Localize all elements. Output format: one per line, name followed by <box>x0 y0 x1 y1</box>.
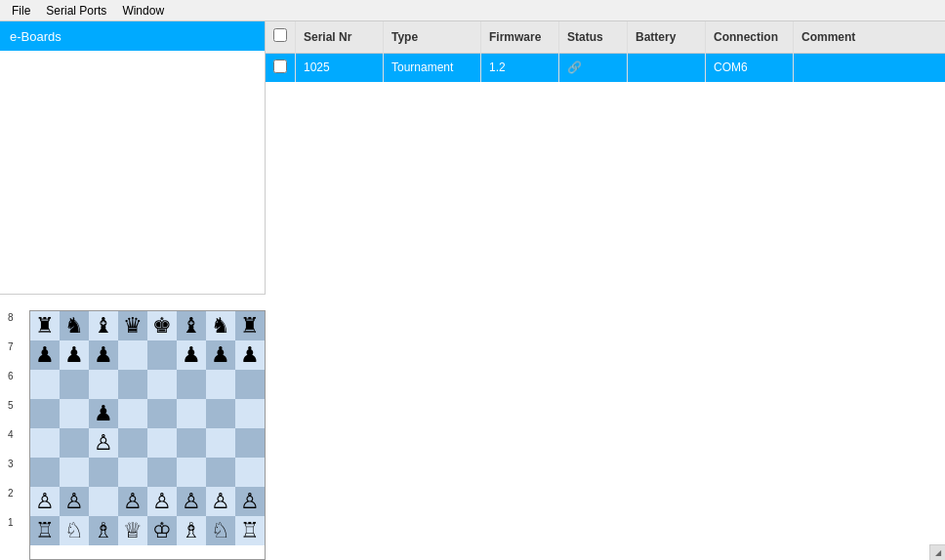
chess-cell: ♖ <box>30 516 60 545</box>
cell-connection: COM6 <box>706 53 794 82</box>
chess-cell: ♟ <box>235 340 265 370</box>
chess-cell: ♝ <box>89 311 118 340</box>
chess-cell: ♟ <box>206 340 235 370</box>
chess-cell <box>147 340 177 370</box>
chess-cell <box>177 370 206 399</box>
chess-cell: ♙ <box>89 428 118 458</box>
chess-cell: ♙ <box>206 487 235 516</box>
chess-cell: ♙ <box>118 487 147 516</box>
menu-bar: File Serial Ports Window <box>0 0 945 21</box>
chess-cell: ♜ <box>30 311 60 340</box>
board-wrapper: 8 7 6 5 4 3 2 1 ♜♞♝♛♚♝♞♜♟♟♟♟♟♟♟♙♙♙♙♙♙♙♙♖… <box>8 302 266 560</box>
chess-cell <box>177 399 206 428</box>
header-checkbox[interactable] <box>273 28 287 42</box>
chess-cell <box>118 340 147 370</box>
chess-cell <box>30 370 60 399</box>
chess-cell <box>60 399 89 428</box>
chess-cell <box>118 399 147 428</box>
chess-cell <box>177 458 206 487</box>
menu-window[interactable]: Window <box>114 2 172 20</box>
chess-cell <box>118 370 147 399</box>
table-row[interactable]: 1025Tournament1.2🔗COM6 <box>266 53 945 82</box>
chess-cell <box>147 399 177 428</box>
chess-cell <box>206 428 235 458</box>
cell-firmware: 1.2 <box>481 53 559 82</box>
left-panel: e-Boards 8 7 6 5 4 3 2 1 ♜♞♝♛♚♝♞♜♟♟♟♟♟♟♟… <box>0 21 266 560</box>
chess-cell <box>30 399 60 428</box>
chess-cell <box>30 458 60 487</box>
col-header-comment: Comment <box>794 21 946 53</box>
chess-cell: ♚ <box>147 311 177 340</box>
right-panel: Serial Nr Type Firmware Status Battery C… <box>266 21 945 560</box>
chess-board-container: 8 7 6 5 4 3 2 1 ♜♞♝♛♚♝♞♜♟♟♟♟♟♟♟♙♙♙♙♙♙♙♙♖… <box>0 295 266 560</box>
chess-cell <box>60 428 89 458</box>
col-header-connection: Connection <box>706 21 794 53</box>
chess-cell: ♗ <box>89 516 118 545</box>
col-header-serial: Serial Nr <box>296 21 384 53</box>
chess-cell: ♙ <box>147 487 177 516</box>
chess-cell: ♟ <box>89 399 118 428</box>
cell-comment <box>794 53 946 82</box>
chess-cell: ♜ <box>235 311 265 340</box>
chess-cell: ♟ <box>60 340 89 370</box>
menu-serial-ports[interactable]: Serial Ports <box>38 2 114 20</box>
chess-cell: ♖ <box>235 516 265 545</box>
chess-cell <box>177 428 206 458</box>
cell-battery <box>628 53 706 82</box>
right-content: ◢ <box>266 82 945 561</box>
menu-file[interactable]: File <box>4 2 38 20</box>
chess-cell <box>235 370 265 399</box>
data-table: Serial Nr Type Firmware Status Battery C… <box>266 21 945 82</box>
chess-cell <box>60 370 89 399</box>
chess-cell <box>147 370 177 399</box>
chess-cell: ♕ <box>118 516 147 545</box>
chess-cell: ♙ <box>177 487 206 516</box>
chess-cell: ♗ <box>177 516 206 545</box>
col-header-type: Type <box>384 21 481 53</box>
chess-cell <box>89 487 118 516</box>
chess-cell <box>235 399 265 428</box>
cell-type: Tournament <box>384 53 481 82</box>
chess-cell <box>147 428 177 458</box>
chess-cell <box>30 428 60 458</box>
chess-cell: ♙ <box>235 487 265 516</box>
chess-cell: ♟ <box>30 340 60 370</box>
chess-cell: ♞ <box>60 311 89 340</box>
chess-cell <box>118 458 147 487</box>
chess-board: ♜♞♝♛♚♝♞♜♟♟♟♟♟♟♟♙♙♙♙♙♙♙♙♖♘♗♕♔♗♘♖ <box>29 310 266 560</box>
chess-cell <box>235 458 265 487</box>
header-checkbox-cell <box>266 21 296 53</box>
chess-cell: ♛ <box>118 311 147 340</box>
col-header-status: Status <box>559 21 628 53</box>
chess-cell: ♙ <box>60 487 89 516</box>
chess-cell <box>206 458 235 487</box>
row-checkbox-cell <box>266 53 296 82</box>
chess-cell <box>147 458 177 487</box>
e-boards-tab[interactable]: e-Boards <box>0 21 265 51</box>
col-header-battery: Battery <box>628 21 706 53</box>
chess-cell: ♞ <box>206 311 235 340</box>
cell-status: 🔗 <box>559 53 628 82</box>
col-header-firmware: Firmware <box>481 21 559 53</box>
scroll-corner: ◢ <box>929 544 945 560</box>
chess-cell <box>235 428 265 458</box>
chess-cell <box>89 458 118 487</box>
chess-cell <box>206 370 235 399</box>
scroll-corner-icon: ◢ <box>935 548 941 557</box>
main-layout: e-Boards 8 7 6 5 4 3 2 1 ♜♞♝♛♚♝♞♜♟♟♟♟♟♟♟… <box>0 21 945 560</box>
chess-cell: ♔ <box>147 516 177 545</box>
chess-cell: ♟ <box>89 340 118 370</box>
cell-serial_nr: 1025 <box>296 53 384 82</box>
row-checkbox[interactable] <box>273 60 287 73</box>
chess-cell: ♙ <box>30 487 60 516</box>
chess-cell: ♝ <box>177 311 206 340</box>
chess-cell <box>60 458 89 487</box>
chess-cell <box>118 428 147 458</box>
chess-cell <box>206 399 235 428</box>
chess-cell <box>89 370 118 399</box>
rank-numbers: 8 7 6 5 4 3 2 1 <box>8 302 14 537</box>
chess-cell: ♘ <box>60 516 89 545</box>
table-header-row: Serial Nr Type Firmware Status Battery C… <box>266 21 945 53</box>
left-top-area <box>0 51 265 295</box>
chess-cell: ♘ <box>206 516 235 545</box>
